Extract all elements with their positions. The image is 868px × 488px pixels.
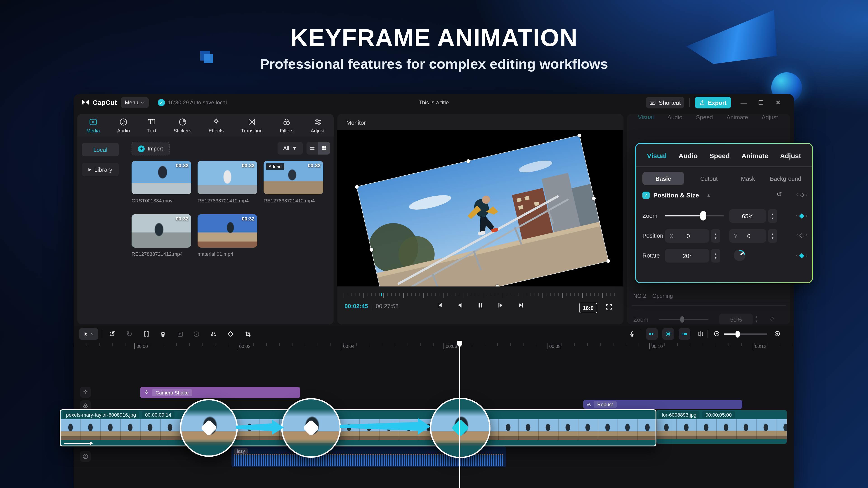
preview-clip-transform-box[interactable] [356,135,609,287]
skip-start-button[interactable] [436,302,443,308]
filter-clip[interactable]: Robust [583,400,742,409]
step-back-button[interactable] [457,302,463,308]
prev-keyframe-icon[interactable]: ‹ [796,252,798,258]
tab-audio[interactable]: Audio [679,152,698,159]
subtab-mask[interactable]: Mask [741,172,755,185]
prev-keyframe-icon[interactable]: ‹ [796,232,798,238]
video-clip[interactable]: lor-6008893.jpg 00:00:05:00 [656,410,786,444]
prev-keyframe-icon[interactable]: ‹ [796,191,798,197]
keyframe-diamond-outline-icon[interactable]: ◇ [799,231,804,238]
rotate-dial[interactable] [734,250,745,261]
shortcut-button[interactable]: Shortcut [646,97,684,108]
export-button[interactable]: Export [695,97,731,108]
delete-button[interactable] [158,329,168,339]
timeline-ruler[interactable] [74,344,794,346]
effect-track-icon[interactable] [80,387,91,398]
media-item-thumbnail[interactable]: Added 00:32 [264,161,323,194]
split-view-button[interactable] [696,329,706,339]
tab-speed-dim[interactable]: Speed [696,114,713,121]
redo-button[interactable]: ↻ [124,329,134,339]
source-local-button[interactable]: Local [82,143,119,156]
media-item-thumbnail[interactable]: 00:32 [197,214,257,248]
playhead-handle[interactable] [457,341,462,348]
tab-animate[interactable]: Animate [741,152,768,159]
audio-track-icon[interactable] [80,451,91,462]
keyframe-diamond-active-icon[interactable]: ◆ [799,212,804,220]
record-voiceover-button[interactable] [627,329,637,339]
hero-subtitle: Professional features for complex editin… [0,56,868,72]
effect-clip[interactable]: Camera Shake [140,387,300,398]
position-size-checkbox[interactable]: ✓ [643,192,650,199]
media-item-thumbnail[interactable]: 00:32 [131,161,191,194]
reset-icon[interactable]: ↺ [776,190,782,198]
zoom-stepper[interactable]: ▴▾ [768,209,777,223]
zoom-out-button[interactable] [712,329,722,339]
tab-effects[interactable]: Effects [209,117,224,133]
grid-view-button[interactable] [318,142,330,155]
transform-handle[interactable] [606,259,611,263]
undo-button[interactable]: ↺ [107,329,117,339]
playhead-line[interactable] [459,344,460,488]
subtab-background[interactable]: Background [770,172,801,185]
import-button[interactable]: + Import [131,142,169,156]
position-y-stepper[interactable]: ▴▾ [768,229,777,242]
tab-speed[interactable]: Speed [710,152,730,159]
tab-stickers[interactable]: Stickers [174,117,191,133]
rotate-value-field[interactable]: 20° [665,249,709,263]
tab-adjust[interactable]: Adjust [780,152,801,159]
zoom-value-field[interactable]: 65% [729,209,766,223]
tab-audio[interactable]: Audio [117,117,130,133]
next-keyframe-icon[interactable]: › [806,232,807,238]
tab-animate-dim[interactable]: Animate [726,114,748,121]
mirror-button[interactable] [209,329,218,339]
rotate-button[interactable] [225,329,236,339]
tab-adjust[interactable]: Adjust [311,117,324,133]
next-keyframe-icon[interactable]: › [806,191,807,197]
prev-keyframe-icon[interactable]: ‹ [796,213,798,219]
split-button[interactable] [142,329,151,339]
select-tool-button[interactable] [79,328,98,340]
zoom-slider-knob[interactable] [700,211,706,221]
keyframe-diamond-active-icon[interactable]: ◆ [799,251,804,259]
position-y-field[interactable]: Y 0 [729,229,766,242]
fullscreen-button[interactable] [605,303,613,311]
next-keyframe-icon[interactable]: › [806,213,807,219]
source-library-button[interactable]: ▶ Library [82,163,119,176]
collapse-caret-icon[interactable]: ▲ [707,193,711,197]
zoom-in-button[interactable] [773,329,782,339]
skip-end-button[interactable] [518,302,524,308]
subtab-cutout[interactable]: Cutout [700,172,718,185]
tab-visual[interactable]: Visual [647,152,667,159]
tab-filters[interactable]: Filters [280,117,293,133]
mask-button[interactable] [175,329,185,339]
crop-button[interactable] [243,329,253,339]
aspect-ratio-button[interactable]: 16:9 [579,303,597,313]
auto-preview-toggle[interactable] [662,328,674,340]
maximize-button[interactable]: ☐ [756,99,765,106]
pause-button[interactable] [477,302,484,308]
position-x-stepper[interactable]: ▴▾ [711,229,720,242]
tab-adjust-dim[interactable]: Adjust [762,114,778,121]
tab-media[interactable]: Media [86,117,100,133]
freeze-frame-button[interactable] [191,329,201,339]
rotate-stepper[interactable]: ▴▾ [711,249,720,263]
subtab-basic[interactable]: Basic [643,172,684,185]
minimize-button[interactable]: — [739,99,748,106]
magnetic-snap-toggle[interactable] [646,328,658,340]
timeline-zoom-slider-knob[interactable] [736,331,740,337]
tab-audio-dim[interactable]: Audio [667,114,682,121]
step-forward-button[interactable] [497,302,504,308]
link-toggle[interactable] [679,328,690,340]
keyframe-diamond-outline-icon[interactable]: ◇ [799,191,804,198]
tab-text[interactable]: TI Text [147,117,156,133]
media-item-thumbnail[interactable]: 00:32 [197,161,257,194]
adjust-icon [313,117,322,126]
tab-transition[interactable]: Transition [241,117,263,133]
tab-visual-dim[interactable]: Visual [638,114,654,121]
list-view-button[interactable] [307,142,318,155]
position-x-field[interactable]: X 0 [665,229,709,242]
close-button[interactable]: ✕ [774,99,782,106]
next-keyframe-icon[interactable]: › [806,252,807,258]
filter-all-button[interactable]: All [278,142,303,155]
media-item-thumbnail[interactable]: 00:32 [131,214,191,248]
